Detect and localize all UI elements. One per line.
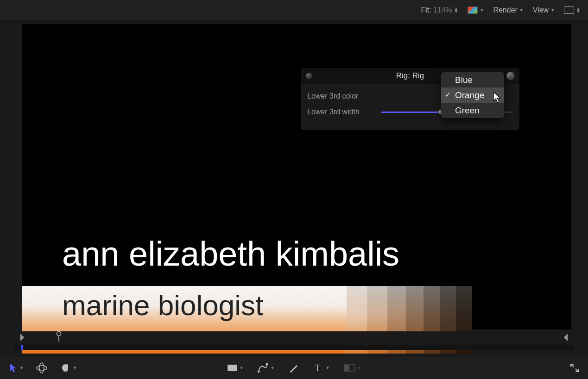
- 3d-transform-tool[interactable]: [36, 362, 48, 374]
- text-icon: T: [314, 363, 324, 373]
- param-label-width: Lower 3rd width: [307, 108, 381, 116]
- out-point-icon[interactable]: [563, 333, 569, 342]
- chevron-down-icon: [519, 8, 524, 12]
- chevron-down-icon: [271, 366, 275, 370]
- expand-icon: [569, 363, 580, 373]
- playhead-icon[interactable]: [56, 331, 62, 342]
- stepper-icon: [576, 7, 581, 13]
- bezier-icon: [258, 362, 269, 373]
- checkmark-icon: ✓: [445, 90, 451, 99]
- mask-rect-icon: [343, 363, 355, 373]
- svg-rect-9: [344, 365, 349, 371]
- pen-tool[interactable]: [258, 362, 275, 373]
- title-name-text: ann elizabeth kimbalis: [62, 234, 399, 273]
- option-label: Green: [455, 106, 480, 116]
- viewport-icon: [564, 6, 574, 14]
- orbit-icon: [36, 362, 48, 374]
- chevron-down-icon: [73, 366, 77, 370]
- param-label-color: Lower 3rd color: [307, 92, 381, 100]
- option-label: Blue: [455, 75, 473, 85]
- mouse-cursor-icon: [493, 92, 502, 104]
- viewport-layout-control[interactable]: [564, 6, 581, 14]
- fit-value: 114%: [433, 6, 452, 14]
- mini-timeline-ruler[interactable]: [14, 331, 574, 345]
- svg-rect-4: [228, 365, 237, 371]
- chevron-down-icon: [326, 366, 330, 370]
- svg-point-2: [37, 366, 47, 370]
- svg-point-0: [57, 332, 61, 336]
- fit-label: Fit:: [421, 6, 431, 14]
- mini-timeline-strip[interactable]: [14, 345, 574, 350]
- color-channel-control[interactable]: [468, 6, 484, 14]
- brush-icon: [289, 362, 300, 373]
- pan-tool[interactable]: [60, 362, 77, 373]
- chevron-down-icon: [357, 366, 361, 370]
- slider-fill: [381, 112, 441, 113]
- dropdown-option-green[interactable]: Green: [441, 103, 504, 118]
- in-point-icon[interactable]: [19, 333, 25, 342]
- svg-text:T: T: [315, 363, 321, 373]
- mask-tool[interactable]: [343, 363, 361, 373]
- title-role-text: marine biologist: [62, 289, 263, 322]
- stepper-icon: [454, 7, 459, 13]
- info-icon[interactable]: i: [506, 72, 515, 80]
- timeline-marker: [21, 345, 23, 350]
- shape-tool[interactable]: [227, 363, 244, 373]
- color-channels-icon: [468, 6, 478, 14]
- option-label: Orange: [455, 90, 484, 100]
- chevron-down-icon: [480, 8, 484, 12]
- svg-point-5: [258, 370, 260, 373]
- hand-icon: [60, 362, 71, 373]
- chevron-down-icon: [19, 366, 24, 370]
- svg-point-6: [266, 363, 268, 365]
- arrow-cursor-icon: [8, 362, 18, 373]
- paint-stroke-tool[interactable]: [289, 362, 300, 373]
- text-tool[interactable]: T: [314, 363, 330, 373]
- rectangle-icon: [227, 363, 238, 373]
- select-tool[interactable]: [8, 362, 24, 373]
- render-menu[interactable]: Render: [493, 6, 523, 14]
- view-label: View: [533, 6, 549, 14]
- fit-zoom-control[interactable]: Fit: 114%: [421, 6, 458, 14]
- view-menu[interactable]: View: [533, 6, 555, 14]
- svg-point-3: [39, 363, 44, 373]
- canvas-toolbar: T: [0, 356, 588, 379]
- render-label: Render: [493, 6, 517, 14]
- viewer-toolbar: Fit: 114% Render View: [0, 0, 588, 20]
- chevron-down-icon: [550, 8, 555, 12]
- fullscreen-button[interactable]: [569, 363, 580, 373]
- dropdown-option-blue[interactable]: Blue: [441, 72, 504, 87]
- chevron-down-icon: [240, 366, 244, 370]
